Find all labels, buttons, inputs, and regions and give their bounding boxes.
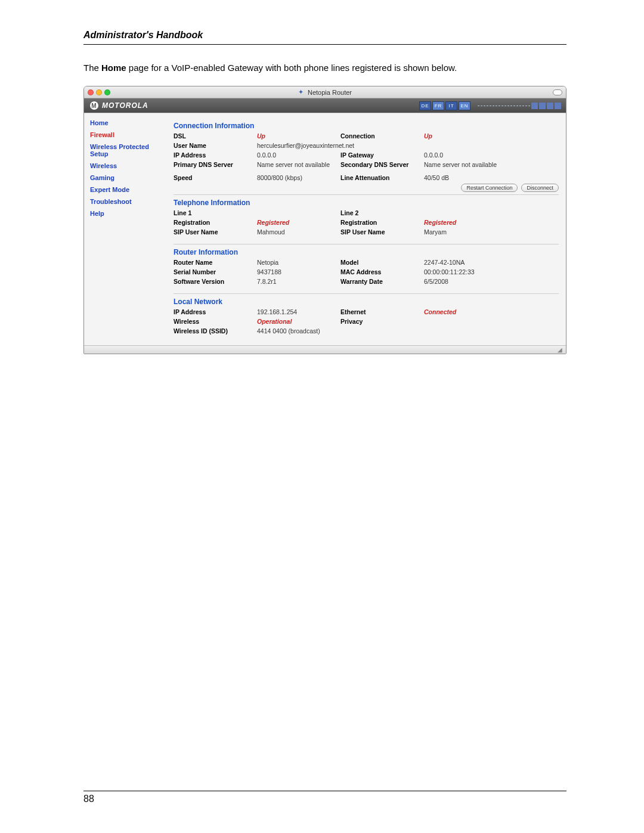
val-lanip: 192.168.1.254 <box>257 308 340 315</box>
lbl-username: User Name <box>174 142 257 149</box>
lbl-ip: IP Address <box>174 151 257 159</box>
lang-fr[interactable]: FR <box>432 101 444 110</box>
lbl-serial: Serial Number <box>174 268 257 275</box>
val-eth: Connected <box>424 308 559 315</box>
connection-grid: DSL Up Connection Up User Name herculesu… <box>174 132 559 181</box>
val-wless: Operational <box>257 318 340 325</box>
nav-expert[interactable]: Expert Mode <box>90 186 169 193</box>
nav-gaming[interactable]: Gaming <box>90 174 169 181</box>
val-line1 <box>257 209 340 216</box>
book-title: Administrator's Handbook <box>83 30 566 41</box>
lbl-dns2: Secondary DNS Server <box>340 161 424 168</box>
intro-prefix: The <box>83 63 101 73</box>
lbl-reg1: Registration <box>174 219 257 226</box>
page-number: 88 <box>83 794 566 804</box>
nav-wireless[interactable]: Wireless <box>90 162 169 169</box>
mac-titlebar: ✦ Netopia Router <box>84 86 566 98</box>
top-rule <box>83 44 566 45</box>
section-telephone-title: Telephone Information <box>174 199 559 207</box>
lbl-routername: Router Name <box>174 259 257 266</box>
lbl-eth: Ethernet <box>340 308 424 315</box>
lbl-sip1: SIP User Name <box>174 228 257 236</box>
lang-en[interactable]: EN <box>459 101 470 110</box>
lbl-speed: Speed <box>174 174 257 181</box>
banner-graphic <box>478 101 561 110</box>
lbl-lanip: IP Address <box>174 308 257 315</box>
lbl-dsl: DSL <box>174 132 257 140</box>
intro-bold: Home <box>101 63 126 73</box>
banner-blob-icon <box>539 103 546 109</box>
val-sip2: Maryam <box>424 228 559 236</box>
brand-name: MOTOROLA <box>102 101 148 110</box>
nav-help[interactable]: Help <box>90 210 169 217</box>
lbl-connection: Connection <box>340 132 424 140</box>
lbl-dns1: Primary DNS Server <box>174 161 257 168</box>
section-router-title: Router Information <box>174 248 559 256</box>
banner-blob-icon <box>547 103 553 109</box>
val-privacy <box>424 318 559 325</box>
lang-de[interactable]: DE <box>419 101 431 110</box>
nav-troubleshoot[interactable]: Troubleshoot <box>90 198 169 205</box>
val-reg2: Registered <box>424 219 559 226</box>
val-atten: 40/50 dB <box>424 174 559 181</box>
window-title: ✦ Netopia Router <box>298 89 352 96</box>
lbl-reg2: Registration <box>340 219 424 226</box>
val-mac: 00:00:00:11:22:33 <box>424 268 559 275</box>
language-switcher: DE FR IT EN <box>419 101 470 110</box>
lbl-line1: Line 1 <box>174 209 257 216</box>
sep2 <box>174 244 559 244</box>
lbl-privacy: Privacy <box>340 318 424 325</box>
val-ssid: 4414 0400 (broadcast) <box>257 327 559 335</box>
toolbar-pill-icon[interactable] <box>553 89 562 95</box>
intro-text: The Home page for a VoIP-enabled Gateway… <box>83 61 566 74</box>
lbl-atten: Line Attenuation <box>340 174 424 181</box>
nav-home[interactable]: Home <box>90 119 169 126</box>
sep1 <box>174 194 559 195</box>
lbl-warranty: Warranty Date <box>340 278 424 285</box>
content-area: Connection Information DSL Up Connection… <box>174 113 566 345</box>
val-warranty: 6/5/2008 <box>424 278 559 285</box>
lbl-line2: Line 2 <box>340 209 424 216</box>
telephone-grid: Line 1 Line 2 Registration Registered Re… <box>174 209 559 236</box>
disconnect-button[interactable]: Disconnect <box>521 184 559 192</box>
val-speed: 8000/800 (kbps) <box>257 174 340 181</box>
val-sip1: Mahmoud <box>257 228 340 236</box>
sidebar-nav: Home Firewall Wireless Protected Setup W… <box>84 113 174 345</box>
lbl-model: Model <box>340 259 424 266</box>
val-dns1: Name server not available <box>257 161 340 168</box>
intro-suffix: page for a VoIP-enabled Gateway with bot… <box>126 63 457 73</box>
banner-blob-icon <box>531 103 538 109</box>
minimize-icon[interactable] <box>96 89 102 95</box>
page-footer: 88 <box>83 791 566 804</box>
lbl-wless: Wireless <box>174 318 257 325</box>
val-dsl: Up <box>257 132 340 140</box>
val-line2 <box>424 209 559 216</box>
nav-firewall[interactable]: Firewall <box>90 131 169 138</box>
logo-letter: M <box>91 103 97 109</box>
restart-connection-button[interactable]: Restart Connection <box>461 184 518 192</box>
lbl-mac: MAC Address <box>340 268 424 275</box>
val-reg1: Registered <box>257 219 340 226</box>
connection-buttons: Restart Connection Disconnect <box>174 184 559 192</box>
window-title-text: Netopia Router <box>308 89 352 96</box>
zoom-icon[interactable] <box>104 89 110 95</box>
val-ip: 0.0.0.0 <box>257 151 340 159</box>
lbl-sip2: SIP User Name <box>340 228 424 236</box>
motorola-logo-icon: M <box>90 101 98 110</box>
lbl-ssid: Wireless ID (SSID) <box>174 327 257 335</box>
val-softver: 7.8.2r1 <box>257 278 340 285</box>
bottom-rule <box>83 791 566 791</box>
lbl-gateway: IP Gateway <box>340 151 424 159</box>
brand-bar: M MOTOROLA DE FR IT EN <box>84 98 566 113</box>
traffic-lights <box>88 89 110 95</box>
router-body: Home Firewall Wireless Protected Setup W… <box>84 113 566 345</box>
resize-grip-icon[interactable]: ◢ <box>558 346 562 353</box>
val-routername: Netopia <box>257 259 340 266</box>
favicon-icon: ✦ <box>298 89 305 95</box>
nav-wps[interactable]: Wireless Protected Setup <box>90 143 169 157</box>
lang-it[interactable]: IT <box>445 101 457 110</box>
section-connection-title: Connection Information <box>174 122 559 130</box>
sep3 <box>174 293 559 294</box>
val-dns2: Name server not available <box>424 161 559 168</box>
close-icon[interactable] <box>88 89 94 95</box>
